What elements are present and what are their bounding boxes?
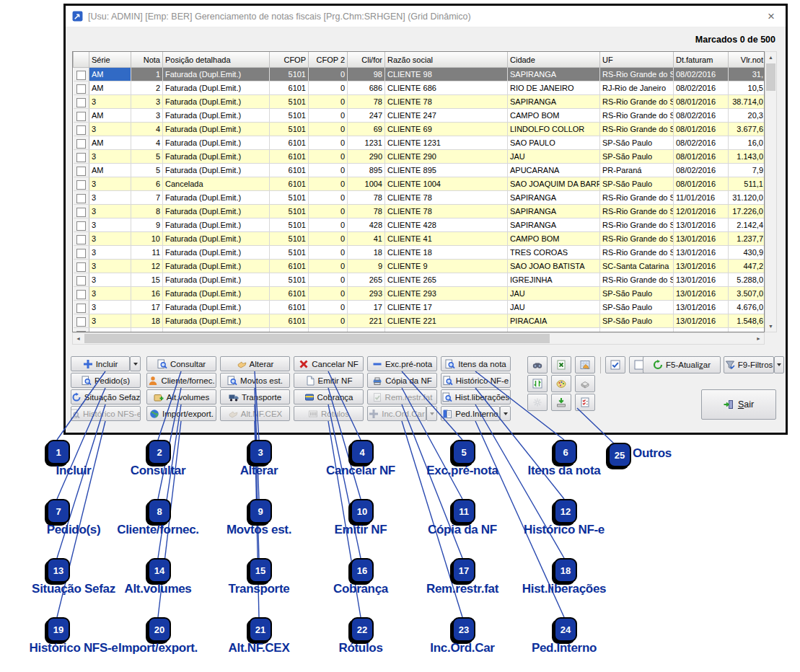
table-row[interactable]: 35Faturada (Dupl.Emit.)61010290CLIENTE 2… [74, 150, 765, 164]
pedido-s-button[interactable]: Pedido(s) [71, 373, 141, 388]
column-header-vlr[interactable]: Vlr.not [729, 52, 765, 68]
column-header-uf[interactable]: UF [600, 52, 674, 68]
row-checkbox[interactable] [76, 98, 86, 107]
column-header-posicao[interactable]: Posição detalhada [163, 52, 270, 68]
table-row[interactable]: 311Faturada (Dupl.Emit.)5101018CLIENTE 1… [74, 246, 765, 260]
rem-restr-fat-button[interactable]: Rem.restr.fat [367, 389, 437, 404]
table-row[interactable]: 312Faturada (Dupl.Emit.)610109CLIENTE 9S… [74, 260, 765, 273]
scroll-left-icon[interactable]: ◄ [73, 333, 84, 344]
sort-button[interactable] [527, 375, 548, 392]
row-checkbox[interactable] [76, 167, 86, 176]
vertical-scroll-thumb[interactable] [766, 63, 775, 91]
excel-button[interactable] [551, 356, 571, 373]
check-on-button[interactable] [605, 356, 625, 373]
column-header-serie[interactable]: Série [89, 52, 131, 68]
row-checkbox[interactable] [76, 125, 86, 135]
f5-atualizar-button[interactable]: F5-Atualizar [643, 356, 721, 373]
gear-button[interactable] [527, 394, 548, 411]
column-header-cidade[interactable]: Cidade [508, 52, 600, 68]
ped-interno-dropdown-button[interactable] [500, 406, 511, 421]
ped-interno-button[interactable]: Ped.Interno [441, 406, 500, 421]
row-checkbox[interactable] [76, 180, 86, 190]
row-checkbox[interactable] [76, 290, 86, 299]
palette-button[interactable] [551, 375, 571, 392]
binoculars-button[interactable] [527, 356, 548, 373]
alt-nf-cex-button[interactable]: Alt.NF.CEX [220, 406, 290, 421]
cliente-fornec-button[interactable]: Cliente/fornec. [146, 373, 216, 388]
column-header-dtfaturam[interactable]: Dt.faturam [674, 52, 729, 68]
column-header-check[interactable] [74, 52, 89, 68]
incluir-button[interactable]: Incluir [71, 356, 130, 371]
table-row[interactable]: 310Faturada (Dupl.Emit.)5101041CLIENTE 4… [74, 232, 765, 246]
movtos-est-button[interactable]: Movtos est. [220, 373, 290, 388]
alt-volumes-button[interactable]: Alt.volumes [146, 389, 216, 404]
row-checkbox[interactable] [76, 235, 86, 244]
f9-filtros-button[interactable]: F9-Filtros [724, 356, 774, 373]
cancelar-nf-button[interactable]: Cancelar NF [294, 356, 364, 371]
inc-ord-car-button[interactable]: Inc.Ord.Car [367, 406, 426, 421]
row-checkbox[interactable] [76, 276, 86, 286]
row-checkbox[interactable] [76, 139, 86, 149]
table-row[interactable]: 37Faturada (Dupl.Emit.)5101078CLIENTE 78… [74, 191, 765, 205]
download-button[interactable] [551, 394, 571, 411]
table-row[interactable]: 316Faturada (Dupl.Emit.)61010293CLIENTE … [74, 287, 765, 301]
grid-hand-button[interactable] [575, 356, 595, 373]
historico-nfs-e-button[interactable]: Histórico NFS-e [71, 406, 141, 421]
hist-liberacoes-button[interactable]: Hist.liberações [441, 389, 511, 404]
row-checkbox[interactable] [76, 71, 86, 80]
alterar-button[interactable]: Alterar [220, 356, 290, 371]
table-row[interactable]: 318Faturada (Dupl.Emit.)61010221CLIENTE … [74, 314, 765, 328]
f9-dropdown-button[interactable] [774, 356, 784, 373]
consultar-button[interactable]: Consultar [146, 356, 216, 371]
column-header-clifor[interactable]: Cli/for [348, 52, 385, 68]
column-header-cfop[interactable]: CFOP [270, 52, 309, 68]
checklist-button[interactable] [575, 394, 595, 411]
scroll-right-icon[interactable]: ► [753, 333, 764, 344]
row-checkbox[interactable] [76, 194, 86, 203]
column-header-razao[interactable]: Razão social [385, 52, 508, 68]
column-header-cfop2[interactable]: CFOP 2 [309, 52, 348, 68]
box3d-button[interactable] [575, 375, 595, 392]
column-header-nota[interactable]: Nota [131, 52, 163, 68]
itens-da-nota-button[interactable]: Itens da nota [441, 356, 511, 371]
historico-nf-e-button[interactable]: Histórico NF-e [441, 373, 511, 388]
transporte-button[interactable]: Transporte [220, 389, 290, 404]
close-icon[interactable]: × [763, 10, 779, 22]
table-row[interactable]: 317Faturada (Dupl.Emit.)6101017CLIENTE 1… [74, 301, 765, 314]
table-row[interactable]: 34Faturada (Dupl.Emit.)5101069CLIENTE 69… [74, 123, 765, 136]
scroll-down-icon[interactable]: ▼ [765, 321, 776, 332]
horizontal-scroll-thumb[interactable] [84, 334, 550, 343]
copia-da-nf-button[interactable]: Cópia da NF [367, 373, 437, 388]
table-row[interactable]: 38Faturada (Dupl.Emit.)5101078CLIENTE 78… [74, 205, 765, 218]
rotulos-button[interactable]: Rótulos [294, 406, 364, 421]
table-row[interactable]: 36Cancelada610101004CLIENTE 1004SAO JOAQ… [74, 177, 765, 191]
incluir-dropdown-button[interactable] [130, 356, 141, 371]
table-row[interactable]: 315Faturada (Dupl.Emit.)51010265CLIENTE … [74, 273, 765, 287]
exc-pre-nota-button[interactable]: Exc.pré-nota [367, 356, 437, 371]
table-row[interactable]: AM1Faturada (Dupl.Emit.)5101098CLIENTE 9… [74, 68, 765, 81]
table-row[interactable]: 33Faturada (Dupl.Emit.)5101078CLIENTE 78… [74, 95, 765, 109]
row-checkbox[interactable] [76, 84, 86, 94]
table-row[interactable]: AM3Faturada (Dupl.Emit.)51010247CLIENTE … [74, 109, 765, 123]
vertical-scrollbar[interactable]: ▲ ▼ [765, 51, 777, 332]
table-row[interactable]: AM4Faturada (Dupl.Emit.)610101231CLIENTE… [74, 136, 765, 150]
row-checkbox[interactable] [76, 208, 86, 217]
table-row[interactable]: AM2Faturada (Dupl.Emit.)61010686CLIENTE … [74, 81, 765, 95]
row-checkbox[interactable] [76, 153, 86, 162]
row-checkbox[interactable] [76, 317, 86, 327]
row-checkbox[interactable] [76, 304, 86, 313]
cobranca-button[interactable]: Cobrança [294, 389, 364, 404]
table-row[interactable]: AM5Faturada (Dupl.Emit.)61010895CLIENTE … [74, 164, 765, 177]
inc-ord-car-dropdown-button[interactable] [426, 406, 437, 421]
scroll-up-icon[interactable]: ▲ [765, 52, 776, 63]
row-checkbox[interactable] [76, 262, 86, 272]
horizontal-scrollbar[interactable]: ◄ ► [72, 332, 765, 345]
situacao-sefaz-button[interactable]: Situação Sefaz [71, 389, 141, 404]
sair-button[interactable]: Sair [701, 389, 776, 420]
row-checkbox[interactable] [76, 221, 86, 231]
emitir-nf-button[interactable]: Emitir NF [294, 373, 364, 388]
table-row[interactable]: 39Faturada (Dupl.Emit.)51010428CLIENTE 4… [74, 218, 765, 232]
row-checkbox[interactable] [76, 249, 86, 258]
import-export-button[interactable]: Import/export. [146, 406, 216, 421]
row-checkbox[interactable] [76, 112, 86, 121]
